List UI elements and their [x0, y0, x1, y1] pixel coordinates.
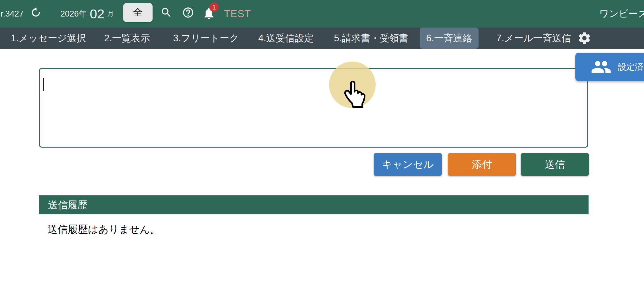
refresh-icon [31, 7, 41, 18]
click-pointer-icon [342, 78, 369, 110]
gear-icon [577, 31, 592, 45]
settings-button[interactable] [577, 31, 592, 45]
people-icon [591, 57, 612, 77]
history-section-header: 送信履歴 [39, 195, 589, 214]
version-label: r.3427 [1, 0, 24, 28]
text-caret [43, 78, 44, 91]
tab-message-select[interactable]: 1.メッセージ選択 [11, 28, 86, 49]
user-account-label[interactable]: TEST [224, 0, 251, 28]
recipients-configured-badge[interactable]: 設定済み [575, 53, 644, 81]
send-button[interactable]: 送信 [521, 153, 589, 176]
main-nav-bar: 1.メッセージ選択 2.一覧表示 3.フリートーク 4.送受信設定 5.請求書・… [0, 28, 644, 49]
app-header: r.3427 2026年 02 月 全 1 TEST ワンピース単 [0, 0, 644, 28]
cancel-button[interactable]: キャンセル [374, 153, 442, 176]
date-month-suffix: 月 [107, 9, 114, 18]
current-month-display[interactable]: 2026年 02 月 [60, 0, 114, 28]
tab-list-view[interactable]: 2.一覧表示 [104, 28, 150, 49]
search-icon [160, 6, 172, 19]
history-empty-message: 送信履歴はありません。 [47, 223, 160, 236]
store-title: ワンピース単 [599, 0, 644, 28]
attach-button[interactable]: 添付 [448, 153, 516, 176]
search-button[interactable] [160, 6, 172, 19]
date-year: 2026年 [60, 8, 87, 19]
help-button[interactable] [182, 6, 194, 19]
tab-free-talk[interactable]: 3.フリートーク [173, 28, 239, 49]
tab-invoice-receipt[interactable]: 5.請求書・受領書 [334, 28, 408, 49]
notification-count-badge: 1 [209, 2, 219, 12]
tab-bulk-email[interactable]: 7.メール一斉送信 [496, 28, 571, 49]
tab-bulk-contact-active[interactable]: 6.一斉連絡 [420, 28, 479, 49]
refresh-button[interactable] [31, 7, 41, 18]
tab-send-receive-settings[interactable]: 4.送受信設定 [258, 28, 314, 49]
notifications-button[interactable]: 1 [202, 6, 219, 22]
date-month: 02 [90, 6, 104, 21]
all-filter-button[interactable]: 全 [123, 3, 153, 22]
recipients-badge-label: 設定済み [618, 61, 644, 73]
help-icon [182, 6, 194, 19]
message-input[interactable] [39, 68, 588, 148]
